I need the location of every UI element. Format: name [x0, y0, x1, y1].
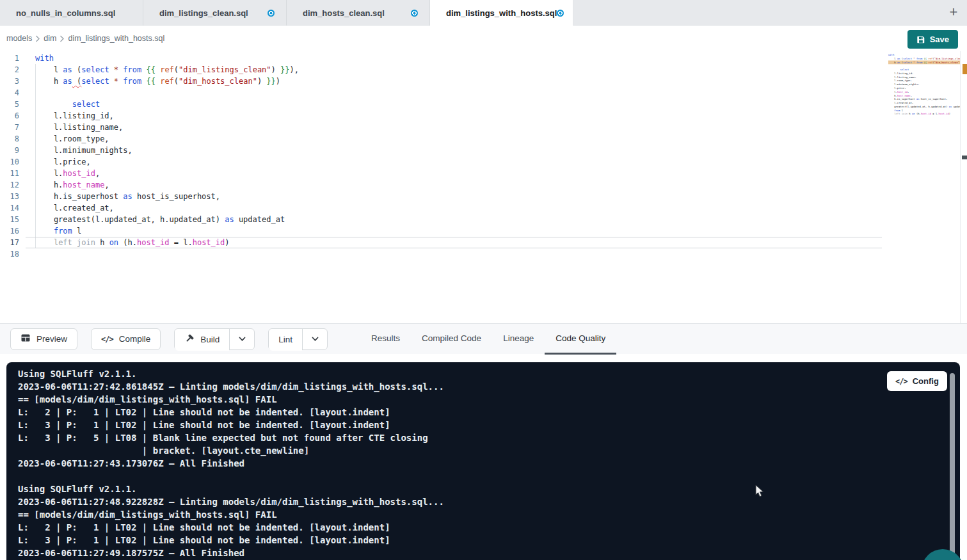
line-number: 5: [0, 99, 19, 110]
code-line[interactable]: 5 select: [0, 99, 967, 110]
code-line-text: l.listing_id,: [19, 110, 114, 122]
hammer-icon: [184, 333, 195, 346]
terminal-line: [18, 470, 960, 483]
terminal-line: 2023-06-06T11:27:48.922828Z — Linting mo…: [18, 495, 960, 508]
code-line-text: [19, 87, 35, 99]
file-tab[interactable]: no_nulls_in_columns.sql: [0, 0, 143, 26]
code-line[interactable]: 8 l.room_type,: [0, 133, 967, 145]
breadcrumb-item[interactable]: models: [6, 34, 32, 43]
lint-output-terminal: </> Config Using SQLFluff v2.1.1.2023-06…: [6, 362, 960, 560]
code-line[interactable]: 4: [0, 87, 967, 99]
code-line[interactable]: 16 from l: [0, 225, 967, 237]
code-line-text: h as (select * from {{ ref("dim_hosts_cl…: [19, 76, 280, 87]
unsaved-changes-icon: [411, 10, 418, 17]
breadcrumb-bar: modelsdimdim_listings_with_hosts.sql Sav…: [0, 26, 967, 51]
minimap[interactable]: with l as (select * from {{ ref("dim_lis…: [888, 53, 960, 122]
panel-tab-compiled-code[interactable]: Compiled Code: [411, 324, 492, 355]
editor-scrollbar[interactable]: [960, 51, 967, 323]
terminal-scrollbar[interactable]: [950, 373, 955, 556]
code-line-text: l.listing_name,: [19, 122, 123, 133]
preview-button[interactable]: Preview: [10, 328, 77, 350]
panel-tab-code-quality[interactable]: Code Quality: [545, 324, 616, 355]
code-line[interactable]: 9 l.minimum_nights,: [0, 145, 967, 156]
code-line-text: greatest(l.updated_at, h.updated_at) as …: [19, 214, 285, 225]
code-line[interactable]: 7 l.listing_name,: [0, 122, 967, 133]
build-button-group: Build: [174, 328, 255, 350]
breadcrumb-item[interactable]: dim_listings_with_hosts.sql: [68, 34, 164, 43]
minimap-line: left join h on (h.host_id = l.host_id): [888, 112, 960, 116]
code-line[interactable]: 12 h.host_name,: [0, 179, 967, 191]
code-line-text: l.host_id,: [19, 168, 100, 179]
code-icon: </>: [895, 377, 907, 386]
code-line[interactable]: 17 left join h on (h.host_id = l.host_id…: [0, 237, 967, 248]
build-button[interactable]: Build: [175, 329, 229, 351]
lint-button[interactable]: Lint: [269, 329, 302, 351]
terminal-line: L: 2 | P: 1 | LT02 | Line should not be …: [18, 406, 960, 419]
terminal-line: 2023-06-06T11:27:42.861845Z — Linting mo…: [18, 380, 960, 393]
config-button-label: Config: [913, 376, 939, 386]
line-number: 12: [0, 179, 19, 191]
config-button[interactable]: </> Config: [887, 371, 947, 391]
code-line[interactable]: 18: [0, 248, 967, 260]
line-number: 14: [0, 202, 19, 214]
lint-button-dropdown[interactable]: [302, 329, 327, 349]
save-button-label: Save: [930, 35, 949, 44]
code-line[interactable]: 10 l.price,: [0, 156, 967, 168]
code-line[interactable]: 3 h as (select * from {{ ref("dim_hosts_…: [0, 76, 967, 87]
file-tab-label: no_nulls_in_columns.sql: [16, 8, 115, 18]
code-editor[interactable]: 1with2 l as (select * from {{ ref("dim_l…: [0, 51, 967, 323]
scrollbar-thumb[interactable]: [962, 156, 967, 159]
breadcrumb-item[interactable]: dim: [44, 34, 56, 43]
code-line-text: h.host_name,: [19, 179, 109, 191]
minimap-line: h as (select * from {{ ref("dim_hosts_cl…: [888, 61, 960, 65]
file-tab[interactable]: dim_listings_clean.sql: [143, 0, 287, 26]
save-button[interactable]: Save: [907, 30, 958, 49]
code-line[interactable]: 2 l as (select * from {{ ref("dim_listin…: [0, 64, 967, 76]
code-line-text: l.room_type,: [19, 133, 109, 145]
code-line[interactable]: 6 l.listing_id,: [0, 110, 967, 122]
line-number: 8: [0, 133, 19, 145]
line-number: 10: [0, 156, 19, 168]
build-button-label: Build: [200, 335, 220, 344]
line-number: 9: [0, 145, 19, 156]
code-line[interactable]: 15 greatest(l.updated_at, h.updated_at) …: [0, 214, 967, 225]
new-tab-button[interactable]: +: [945, 4, 962, 21]
scrollbar-warning-marker: [963, 64, 967, 74]
code-line[interactable]: 11 l.host_id,: [0, 168, 967, 179]
code-line-text: from l: [19, 225, 81, 237]
table-icon: [20, 333, 31, 345]
file-tab[interactable]: dim_listings_with_hosts.sql: [430, 0, 573, 26]
terminal-line: 2023-06-06T11:27:49.187575Z — All Finish…: [18, 547, 960, 559]
file-tab-label: dim_listings_with_hosts.sql: [446, 8, 557, 18]
chevron-right-icon: [60, 35, 65, 42]
code-line[interactable]: 1with: [0, 52, 967, 64]
panel-tab-lineage[interactable]: Lineage: [492, 324, 545, 355]
code-line-text: l.created_at,: [19, 202, 114, 214]
code-icon: </>: [101, 335, 113, 344]
line-number: 2: [0, 64, 19, 76]
code-line-text: h.is_superhost as host_is_superhost,: [19, 191, 220, 202]
compile-button[interactable]: </>Compile: [91, 328, 161, 350]
line-number: 7: [0, 122, 19, 133]
lint-button-label: Lint: [278, 335, 292, 344]
chevron-right-icon: [35, 35, 40, 42]
code-line[interactable]: 13 h.is_superhost as host_is_superhost,: [0, 191, 967, 202]
code-line-text: l.minimum_nights,: [19, 145, 132, 156]
terminal-line: == [models/dim/dim_listings_with_hosts.s…: [18, 393, 960, 406]
terminal-line: Using SQLFluff v2.1.1.: [18, 367, 960, 380]
code-line-text: left join h on (h.host_id = l.host_id): [19, 237, 230, 248]
preview-button-label: Preview: [36, 334, 67, 344]
minimap-line: [888, 116, 960, 120]
terminal-line: L: 3 | P: 1 | LT02 | Line should not be …: [18, 534, 960, 547]
code-line-text: with: [19, 52, 54, 64]
panel-tab-results[interactable]: Results: [360, 324, 411, 355]
file-tab-bar: no_nulls_in_columns.sqldim_listings_clea…: [0, 0, 967, 26]
unsaved-changes-icon: [268, 10, 275, 17]
file-tab[interactable]: dim_hosts_clean.sql: [287, 0, 430, 26]
code-line[interactable]: 14 l.created_at,: [0, 202, 967, 214]
line-number: 6: [0, 110, 19, 122]
terminal-line: L: 3 | P: 5 | LT08 | Blank line expected…: [18, 431, 960, 444]
line-number: 13: [0, 191, 19, 202]
line-number: 18: [0, 248, 19, 260]
build-button-dropdown[interactable]: [229, 329, 254, 349]
